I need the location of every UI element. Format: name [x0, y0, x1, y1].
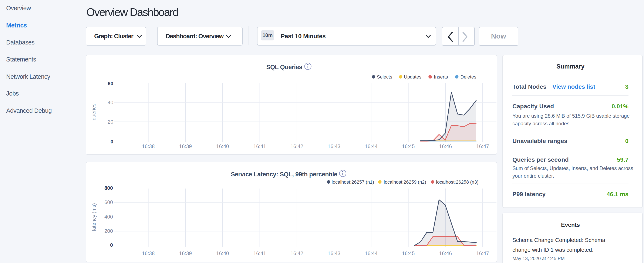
svg-text:16:41: 16:41: [254, 143, 266, 149]
svg-text:16:41: 16:41: [254, 250, 266, 256]
svg-text:queries: queries: [91, 104, 96, 120]
svg-text:localhost:26257 (n1): localhost:26257 (n1): [332, 179, 374, 185]
svg-text:600: 600: [104, 199, 113, 205]
svg-text:16:45: 16:45: [402, 250, 414, 256]
svg-text:16:39: 16:39: [179, 143, 192, 149]
svg-text:16:43: 16:43: [328, 250, 340, 256]
svg-text:16:46: 16:46: [439, 250, 452, 256]
svg-text:SQL Queries: SQL Queries: [266, 64, 302, 70]
svg-text:16:47: 16:47: [476, 143, 489, 149]
svg-text:16:40: 16:40: [216, 143, 229, 149]
svg-text:Deletes: Deletes: [460, 74, 476, 80]
svg-text:16:44: 16:44: [365, 250, 378, 256]
svg-text:60: 60: [108, 81, 113, 86]
svg-text:16:46: 16:46: [439, 143, 452, 149]
svg-text:Selects: Selects: [377, 74, 392, 80]
svg-text:16:42: 16:42: [290, 143, 303, 149]
svg-text:latency (ms): latency (ms): [91, 203, 97, 231]
svg-text:400: 400: [104, 214, 113, 220]
svg-text:0: 0: [110, 242, 113, 248]
svg-text:localhost:26258 (n3): localhost:26258 (n3): [436, 179, 478, 185]
svg-text:16:42: 16:42: [290, 250, 303, 256]
svg-text:800: 800: [104, 185, 113, 191]
svg-text:16:44: 16:44: [365, 143, 378, 149]
svg-text:16:39: 16:39: [179, 250, 192, 256]
svg-text:40: 40: [108, 100, 113, 105]
svg-text:16:38: 16:38: [142, 250, 154, 256]
svg-text:Updates: Updates: [404, 74, 422, 80]
svg-text:16:45: 16:45: [402, 143, 414, 149]
svg-text:Inserts: Inserts: [434, 74, 448, 80]
svg-text:16:43: 16:43: [328, 143, 340, 149]
svg-text:16:47: 16:47: [476, 250, 489, 256]
svg-text:0: 0: [110, 139, 113, 144]
svg-text:200: 200: [104, 228, 113, 234]
svg-text:localhost:26259 (n2): localhost:26259 (n2): [384, 179, 426, 185]
svg-text:20: 20: [108, 119, 113, 125]
svg-text:16:38: 16:38: [142, 143, 154, 149]
svg-text:Service Latency: SQL, 99th per: Service Latency: SQL, 99th percentile: [231, 171, 338, 178]
svg-text:16:40: 16:40: [216, 250, 229, 256]
